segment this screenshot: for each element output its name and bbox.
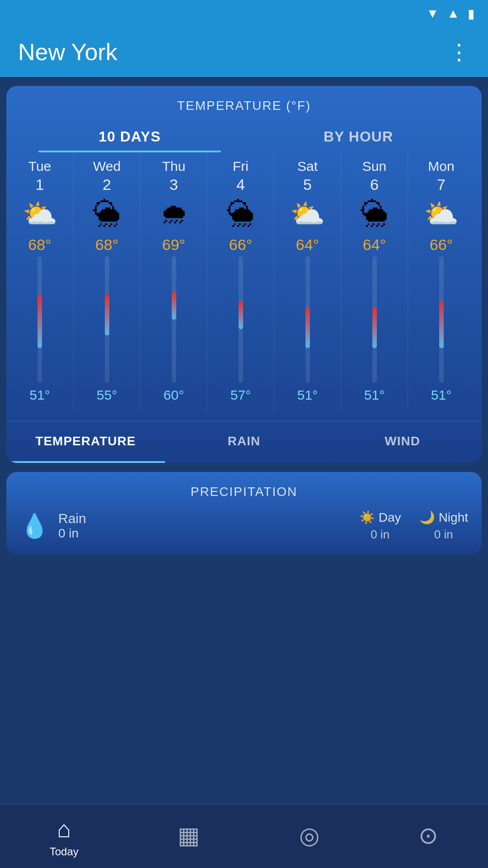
temp-low: 55° xyxy=(97,387,117,403)
precipitation-card: PRECIPITATION 💧 Rain 0 in ☀️ Day 0 in 🌙 … xyxy=(6,472,482,554)
day-col-2[interactable]: Thu 3 🌧 69° 60° xyxy=(140,152,207,412)
temp-high: 68° xyxy=(95,236,118,254)
calendar-icon: ▦ xyxy=(178,822,200,849)
day-name: Mon xyxy=(428,159,454,174)
day-precip: ☀️ Day 0 in xyxy=(359,510,401,542)
weather-icon: ⛅ xyxy=(424,200,459,228)
day-num: 2 xyxy=(103,176,111,193)
weather-icon: 🌧 xyxy=(160,200,188,228)
temp-header-label: TEMPERATURE (°F) xyxy=(6,86,482,118)
temp-bar xyxy=(171,256,177,383)
temp-high: 66° xyxy=(430,236,453,254)
status-bar: ▼ ▲ ▮ xyxy=(0,0,488,27)
day-col-1[interactable]: Wed 2 🌦 68° 55° xyxy=(73,152,140,412)
temp-low: 51° xyxy=(431,387,451,403)
temp-bar xyxy=(305,256,311,383)
wifi-icon: ▼ xyxy=(427,6,439,21)
app-bar: New York ⋮ xyxy=(0,27,488,77)
signal-icon: ▲ xyxy=(447,6,460,21)
temp-low: 51° xyxy=(29,387,50,403)
day-col-3[interactable]: Fri 4 🌦 66° 57° xyxy=(207,152,274,412)
day-col-6[interactable]: Mon 7 ⛅ 66° 51° xyxy=(408,152,474,412)
city-title: New York xyxy=(18,38,117,66)
temp-low: 60° xyxy=(164,387,184,403)
day-num: 3 xyxy=(169,176,178,193)
precip-label: PRECIPITATION xyxy=(20,485,468,499)
nav-location[interactable]: ⊙ xyxy=(409,817,447,856)
temperature-card: TEMPERATURE (°F) 10 DAYS BY HOUR Tue 1 ⛅… xyxy=(6,86,482,463)
temp-high: 64° xyxy=(296,236,319,254)
precip-row: 💧 Rain 0 in ☀️ Day 0 in 🌙 Night 0 in xyxy=(20,510,468,542)
day-name: Thu xyxy=(162,159,186,174)
day-num: 1 xyxy=(36,176,44,193)
weather-icon: 🌦 xyxy=(361,200,389,228)
rain-label: Rain xyxy=(58,511,86,526)
weather-icon: 🌦 xyxy=(227,200,255,228)
metric-wind[interactable]: WIND xyxy=(323,421,482,463)
precip-left: 💧 Rain 0 in xyxy=(20,511,86,541)
raindrop-icon: 💧 xyxy=(20,512,49,540)
nav-today-label: Today xyxy=(50,845,79,858)
metric-rain[interactable]: RAIN xyxy=(165,421,324,463)
temp-high: 66° xyxy=(229,236,252,254)
tab-10days[interactable]: 10 DAYS xyxy=(15,118,244,152)
temp-bar xyxy=(238,256,244,383)
day-num: 7 xyxy=(437,176,446,193)
day-col-4[interactable]: Sat 5 ⛅ 64° 51° xyxy=(274,152,341,412)
metric-temperature[interactable]: TEMPERATURE xyxy=(6,421,165,463)
day-num: 4 xyxy=(236,176,245,193)
temp-high: 69° xyxy=(162,236,185,254)
day-name: Sun xyxy=(362,159,386,174)
bottom-nav: ⌂ Today ▦ ◎ ⊙ xyxy=(0,805,488,868)
nav-calendar[interactable]: ▦ xyxy=(169,817,209,856)
day-num: 6 xyxy=(370,176,379,193)
day-name: Tue xyxy=(28,159,52,174)
day-num: 5 xyxy=(303,176,312,193)
days-container: Tue 1 ⛅ 68° 51° Wed 2 🌦 68° 55° Thu 3 🌧 … xyxy=(6,152,482,412)
temp-low: 51° xyxy=(297,387,318,403)
day-col-5[interactable]: Sun 6 🌦 64° 51° xyxy=(341,152,408,412)
metric-tabs: TEMPERATURE RAIN WIND xyxy=(6,421,482,463)
home-icon: ⌂ xyxy=(57,816,71,843)
menu-button[interactable]: ⋮ xyxy=(448,39,470,65)
temp-low: 51° xyxy=(364,387,385,403)
location-icon: ⊙ xyxy=(418,822,438,849)
day-name: Fri xyxy=(233,159,249,174)
temp-bar xyxy=(37,256,43,383)
nav-radar[interactable]: ◎ xyxy=(290,817,328,856)
battery-icon: ▮ xyxy=(468,6,474,21)
weather-icon: ⛅ xyxy=(290,200,325,228)
weather-icon: ⛅ xyxy=(23,200,57,228)
day-name: Wed xyxy=(93,159,121,174)
rain-value: 0 in xyxy=(58,526,86,541)
temp-low: 57° xyxy=(230,387,251,403)
moon-icon: 🌙 xyxy=(419,510,435,525)
day-precip-value: 0 in xyxy=(371,528,389,542)
night-precip: 🌙 Night 0 in xyxy=(419,510,468,542)
temp-high: 64° xyxy=(363,236,386,254)
temp-bar xyxy=(371,256,378,383)
temp-bar xyxy=(104,256,110,383)
days-scroll[interactable]: Tue 1 ⛅ 68° 51° Wed 2 🌦 68° 55° Thu 3 🌧 … xyxy=(6,152,482,416)
day-col-0[interactable]: Tue 1 ⛅ 68° 51° xyxy=(6,152,73,412)
temp-bar xyxy=(438,256,445,383)
temp-high: 68° xyxy=(28,236,51,254)
nav-today[interactable]: ⌂ Today xyxy=(41,811,88,863)
view-tabs: 10 DAYS BY HOUR xyxy=(15,118,473,152)
sun-icon: ☀️ xyxy=(359,510,375,525)
radar-icon: ◎ xyxy=(299,822,319,849)
precip-right: ☀️ Day 0 in 🌙 Night 0 in xyxy=(359,510,468,542)
weather-icon: 🌦 xyxy=(93,200,121,228)
night-precip-value: 0 in xyxy=(434,528,453,542)
tab-byhour[interactable]: BY HOUR xyxy=(244,118,473,152)
day-name: Sat xyxy=(297,159,318,174)
